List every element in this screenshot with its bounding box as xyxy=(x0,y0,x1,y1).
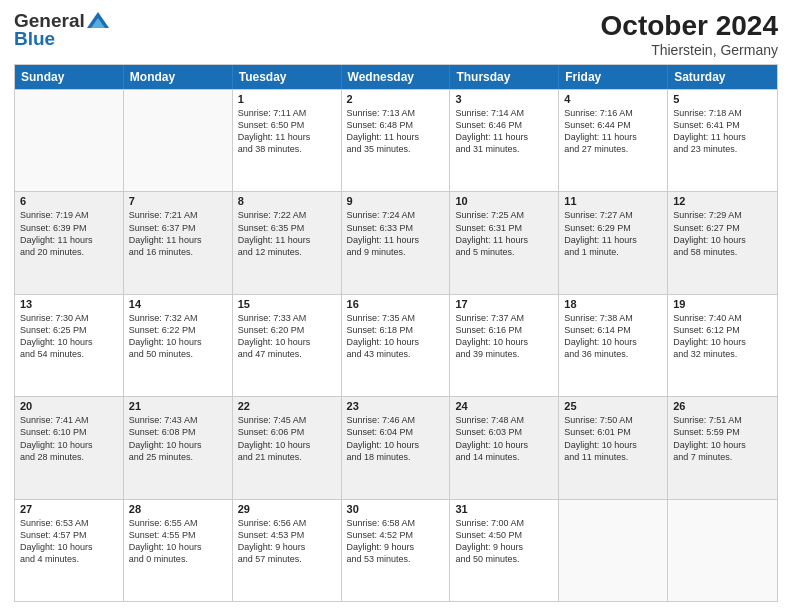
cell-info: Sunrise: 7:40 AM Sunset: 6:12 PM Dayligh… xyxy=(673,312,772,361)
cal-row-4: 27Sunrise: 6:53 AM Sunset: 4:57 PM Dayli… xyxy=(15,499,777,601)
cal-cell: 17Sunrise: 7:37 AM Sunset: 6:16 PM Dayli… xyxy=(450,295,559,396)
cal-cell xyxy=(124,90,233,191)
logo-blue: Blue xyxy=(14,28,55,50)
cal-cell: 27Sunrise: 6:53 AM Sunset: 4:57 PM Dayli… xyxy=(15,500,124,601)
cell-info: Sunrise: 7:29 AM Sunset: 6:27 PM Dayligh… xyxy=(673,209,772,258)
calendar-body: 1Sunrise: 7:11 AM Sunset: 6:50 PM Daylig… xyxy=(15,89,777,601)
day-number: 26 xyxy=(673,400,772,412)
cal-cell: 23Sunrise: 7:46 AM Sunset: 6:04 PM Dayli… xyxy=(342,397,451,498)
cell-info: Sunrise: 7:19 AM Sunset: 6:39 PM Dayligh… xyxy=(20,209,118,258)
cell-info: Sunrise: 7:00 AM Sunset: 4:50 PM Dayligh… xyxy=(455,517,553,566)
cal-cell: 12Sunrise: 7:29 AM Sunset: 6:27 PM Dayli… xyxy=(668,192,777,293)
cal-row-0: 1Sunrise: 7:11 AM Sunset: 6:50 PM Daylig… xyxy=(15,89,777,191)
day-number: 9 xyxy=(347,195,445,207)
cell-info: Sunrise: 7:37 AM Sunset: 6:16 PM Dayligh… xyxy=(455,312,553,361)
cell-info: Sunrise: 6:58 AM Sunset: 4:52 PM Dayligh… xyxy=(347,517,445,566)
cal-cell: 4Sunrise: 7:16 AM Sunset: 6:44 PM Daylig… xyxy=(559,90,668,191)
cal-cell: 2Sunrise: 7:13 AM Sunset: 6:48 PM Daylig… xyxy=(342,90,451,191)
day-header-sunday: Sunday xyxy=(15,65,124,89)
cell-info: Sunrise: 7:25 AM Sunset: 6:31 PM Dayligh… xyxy=(455,209,553,258)
cell-info: Sunrise: 7:14 AM Sunset: 6:46 PM Dayligh… xyxy=(455,107,553,156)
cal-cell: 5Sunrise: 7:18 AM Sunset: 6:41 PM Daylig… xyxy=(668,90,777,191)
cell-info: Sunrise: 7:43 AM Sunset: 6:08 PM Dayligh… xyxy=(129,414,227,463)
cal-cell: 6Sunrise: 7:19 AM Sunset: 6:39 PM Daylig… xyxy=(15,192,124,293)
cal-cell: 28Sunrise: 6:55 AM Sunset: 4:55 PM Dayli… xyxy=(124,500,233,601)
cal-cell xyxy=(668,500,777,601)
cell-info: Sunrise: 7:24 AM Sunset: 6:33 PM Dayligh… xyxy=(347,209,445,258)
cell-info: Sunrise: 7:35 AM Sunset: 6:18 PM Dayligh… xyxy=(347,312,445,361)
day-number: 19 xyxy=(673,298,772,310)
cal-row-1: 6Sunrise: 7:19 AM Sunset: 6:39 PM Daylig… xyxy=(15,191,777,293)
day-number: 8 xyxy=(238,195,336,207)
day-number: 5 xyxy=(673,93,772,105)
cal-cell: 30Sunrise: 6:58 AM Sunset: 4:52 PM Dayli… xyxy=(342,500,451,601)
cal-cell: 15Sunrise: 7:33 AM Sunset: 6:20 PM Dayli… xyxy=(233,295,342,396)
day-header-monday: Monday xyxy=(124,65,233,89)
cal-cell: 31Sunrise: 7:00 AM Sunset: 4:50 PM Dayli… xyxy=(450,500,559,601)
cell-info: Sunrise: 7:48 AM Sunset: 6:03 PM Dayligh… xyxy=(455,414,553,463)
cal-cell: 14Sunrise: 7:32 AM Sunset: 6:22 PM Dayli… xyxy=(124,295,233,396)
cal-cell: 10Sunrise: 7:25 AM Sunset: 6:31 PM Dayli… xyxy=(450,192,559,293)
cell-info: Sunrise: 7:33 AM Sunset: 6:20 PM Dayligh… xyxy=(238,312,336,361)
day-number: 21 xyxy=(129,400,227,412)
day-header-wednesday: Wednesday xyxy=(342,65,451,89)
logo: General Blue xyxy=(14,10,109,50)
day-number: 13 xyxy=(20,298,118,310)
day-number: 14 xyxy=(129,298,227,310)
cal-cell: 19Sunrise: 7:40 AM Sunset: 6:12 PM Dayli… xyxy=(668,295,777,396)
cell-info: Sunrise: 7:16 AM Sunset: 6:44 PM Dayligh… xyxy=(564,107,662,156)
cell-info: Sunrise: 7:13 AM Sunset: 6:48 PM Dayligh… xyxy=(347,107,445,156)
cal-cell: 16Sunrise: 7:35 AM Sunset: 6:18 PM Dayli… xyxy=(342,295,451,396)
cal-cell: 1Sunrise: 7:11 AM Sunset: 6:50 PM Daylig… xyxy=(233,90,342,191)
cell-info: Sunrise: 7:50 AM Sunset: 6:01 PM Dayligh… xyxy=(564,414,662,463)
day-number: 27 xyxy=(20,503,118,515)
title-block: October 2024 Thierstein, Germany xyxy=(601,10,778,58)
cal-cell xyxy=(559,500,668,601)
calendar: SundayMondayTuesdayWednesdayThursdayFrid… xyxy=(14,64,778,602)
day-header-friday: Friday xyxy=(559,65,668,89)
cell-info: Sunrise: 7:18 AM Sunset: 6:41 PM Dayligh… xyxy=(673,107,772,156)
day-number: 7 xyxy=(129,195,227,207)
cell-info: Sunrise: 7:30 AM Sunset: 6:25 PM Dayligh… xyxy=(20,312,118,361)
day-number: 29 xyxy=(238,503,336,515)
cal-cell: 22Sunrise: 7:45 AM Sunset: 6:06 PM Dayli… xyxy=(233,397,342,498)
cell-info: Sunrise: 7:45 AM Sunset: 6:06 PM Dayligh… xyxy=(238,414,336,463)
day-number: 18 xyxy=(564,298,662,310)
cell-info: Sunrise: 6:53 AM Sunset: 4:57 PM Dayligh… xyxy=(20,517,118,566)
day-number: 15 xyxy=(238,298,336,310)
cal-cell xyxy=(15,90,124,191)
day-number: 24 xyxy=(455,400,553,412)
cell-info: Sunrise: 7:41 AM Sunset: 6:10 PM Dayligh… xyxy=(20,414,118,463)
day-number: 6 xyxy=(20,195,118,207)
cal-cell: 13Sunrise: 7:30 AM Sunset: 6:25 PM Dayli… xyxy=(15,295,124,396)
day-number: 12 xyxy=(673,195,772,207)
cell-info: Sunrise: 6:55 AM Sunset: 4:55 PM Dayligh… xyxy=(129,517,227,566)
cell-info: Sunrise: 7:21 AM Sunset: 6:37 PM Dayligh… xyxy=(129,209,227,258)
day-number: 31 xyxy=(455,503,553,515)
day-number: 22 xyxy=(238,400,336,412)
day-number: 20 xyxy=(20,400,118,412)
cal-cell: 8Sunrise: 7:22 AM Sunset: 6:35 PM Daylig… xyxy=(233,192,342,293)
day-number: 10 xyxy=(455,195,553,207)
location: Thierstein, Germany xyxy=(601,42,778,58)
day-number: 2 xyxy=(347,93,445,105)
cal-row-2: 13Sunrise: 7:30 AM Sunset: 6:25 PM Dayli… xyxy=(15,294,777,396)
cal-cell: 18Sunrise: 7:38 AM Sunset: 6:14 PM Dayli… xyxy=(559,295,668,396)
logo-icon xyxy=(87,12,109,28)
cal-cell: 26Sunrise: 7:51 AM Sunset: 5:59 PM Dayli… xyxy=(668,397,777,498)
cell-info: Sunrise: 7:46 AM Sunset: 6:04 PM Dayligh… xyxy=(347,414,445,463)
cell-info: Sunrise: 7:38 AM Sunset: 6:14 PM Dayligh… xyxy=(564,312,662,361)
cal-cell: 25Sunrise: 7:50 AM Sunset: 6:01 PM Dayli… xyxy=(559,397,668,498)
day-number: 25 xyxy=(564,400,662,412)
day-header-saturday: Saturday xyxy=(668,65,777,89)
cell-info: Sunrise: 7:51 AM Sunset: 5:59 PM Dayligh… xyxy=(673,414,772,463)
cal-cell: 11Sunrise: 7:27 AM Sunset: 6:29 PM Dayli… xyxy=(559,192,668,293)
cal-cell: 20Sunrise: 7:41 AM Sunset: 6:10 PM Dayli… xyxy=(15,397,124,498)
day-number: 4 xyxy=(564,93,662,105)
month-title: October 2024 xyxy=(601,10,778,42)
cal-cell: 24Sunrise: 7:48 AM Sunset: 6:03 PM Dayli… xyxy=(450,397,559,498)
cal-cell: 29Sunrise: 6:56 AM Sunset: 4:53 PM Dayli… xyxy=(233,500,342,601)
cell-info: Sunrise: 7:27 AM Sunset: 6:29 PM Dayligh… xyxy=(564,209,662,258)
day-header-tuesday: Tuesday xyxy=(233,65,342,89)
cal-cell: 7Sunrise: 7:21 AM Sunset: 6:37 PM Daylig… xyxy=(124,192,233,293)
